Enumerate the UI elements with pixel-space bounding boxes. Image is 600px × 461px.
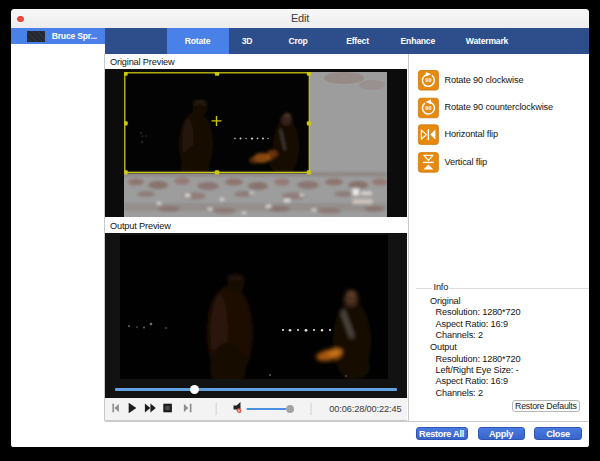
svg-text:90: 90 [425,105,431,111]
svg-text:90: 90 [425,77,431,83]
